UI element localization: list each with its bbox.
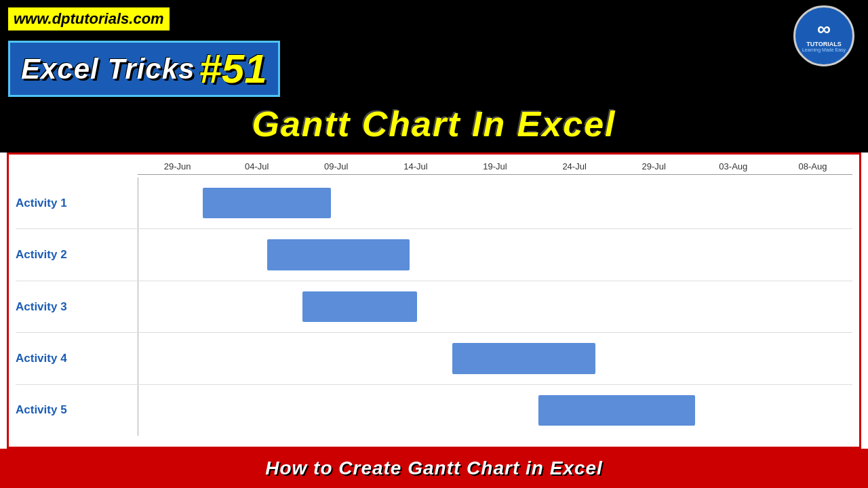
gantt-track — [138, 178, 852, 228]
date-axis: 29-Jun04-Jul09-Jul14-Jul19-Jul24-Jul29-J… — [138, 161, 852, 175]
gantt-row: Activity 3 — [16, 281, 852, 333]
activity-label: Activity 4 — [16, 352, 138, 365]
title-bar: Excel Tricks #51 — [0, 38, 868, 102]
top-header: www.dptutorials.com ∞ TUTORIALS Learning… — [0, 0, 868, 38]
gantt-title-bar: Gantt Chart In Excel — [0, 102, 868, 152]
gantt-row: Activity 5 — [16, 385, 852, 436]
date-label: 03-Aug — [694, 161, 773, 174]
gantt-track — [138, 333, 852, 384]
date-label: 04-Jul — [217, 161, 296, 174]
chart-area: 29-Jun04-Jul09-Jul14-Jul19-Jul24-Jul29-J… — [7, 152, 861, 449]
page-container: www.dptutorials.com ∞ TUTORIALS Learning… — [0, 0, 868, 488]
trick-number: #51 — [199, 45, 267, 92]
trick-number-box: Excel Tricks #51 — [8, 41, 280, 97]
date-label: 08-Aug — [773, 161, 852, 174]
date-label: 14-Jul — [376, 161, 455, 174]
logo-name: TUTORIALS — [806, 41, 841, 48]
gantt-bar — [538, 395, 696, 426]
footer: How to Create Gantt Chart in Excel — [0, 449, 868, 488]
gantt-bar — [302, 291, 416, 322]
gantt-track — [138, 229, 852, 280]
date-label: 24-Jul — [535, 161, 614, 174]
trick-label: Excel Tricks — [21, 53, 195, 85]
activity-label: Activity 2 — [16, 248, 138, 262]
gantt-row: Activity 2 — [16, 229, 852, 281]
activity-label: Activity 5 — [16, 403, 138, 417]
gantt-main-title: Gantt Chart In Excel — [252, 104, 616, 144]
logo-icon: ∞ — [817, 20, 831, 39]
gantt-row: Activity 1 — [16, 178, 852, 229]
gantt-body: Activity 1Activity 2Activity 3Activity 4… — [16, 178, 852, 436]
gantt-track — [138, 281, 852, 332]
gantt-row: Activity 4 — [16, 333, 852, 384]
date-label: 29-Jul — [614, 161, 694, 174]
date-label: 29-Jun — [138, 161, 217, 174]
gantt-bar — [203, 188, 332, 218]
gantt-bar — [267, 239, 410, 270]
activity-label: Activity 3 — [16, 300, 138, 314]
date-label: 09-Jul — [296, 161, 376, 174]
logo-tagline: Learning Made Easy — [802, 47, 846, 52]
date-label: 19-Jul — [455, 161, 534, 174]
chart-inner: 29-Jun04-Jul09-Jul14-Jul19-Jul24-Jul29-J… — [16, 161, 852, 440]
gantt-track — [138, 385, 852, 436]
website-url: www.dptutorials.com — [8, 7, 170, 30]
footer-text: How to Create Gantt Chart in Excel — [265, 458, 603, 479]
gantt-bar — [452, 343, 595, 373]
logo-circle: ∞ TUTORIALS Learning Made Easy — [793, 5, 854, 66]
activity-label: Activity 1 — [16, 197, 138, 210]
